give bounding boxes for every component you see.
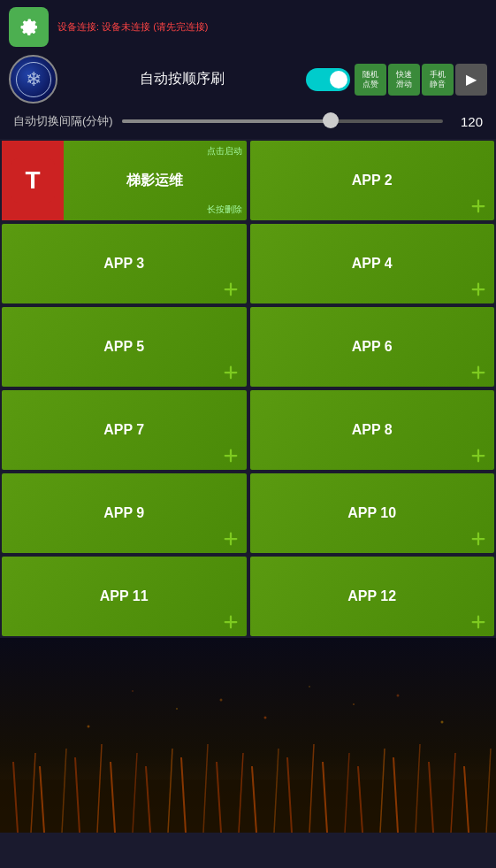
app-4-label: APP 4 [352,256,393,272]
delete-badge: 长按删除 [207,204,242,216]
auto-toggle[interactable] [306,68,350,91]
app-cell-6[interactable]: APP 6 [250,307,495,387]
app-6-label: APP 6 [352,339,393,355]
app-10-label: APP 10 [347,505,396,521]
add-icon-11 [222,613,240,631]
add-icon-5 [222,364,240,381]
app-3-label: APP 3 [103,256,144,272]
app-cell-featured[interactable]: T 梯影运维 点击启动 长按删除 [2,141,247,220]
auto-label: 自动按顺序刷 [57,70,306,88]
interval-value: 120 [452,114,483,129]
silent-btn[interactable]: 手机静音 [422,64,454,96]
logo-inner [16,62,51,97]
app-7-label: APP 7 [103,422,144,438]
interval-label: 自动切换间隔(分钟) [13,113,113,129]
add-icon-4 [469,280,487,298]
bottom-background [0,638,496,833]
app-cell-7[interactable]: APP 7 [2,390,247,470]
quick-btn[interactable]: 快速滑动 [388,64,420,96]
app-cell-11[interactable]: APP 11 [2,557,247,636]
add-icon-3 [222,280,240,298]
add-icon-7 [222,447,240,465]
featured-logo: T [2,141,64,220]
start-badge: 点击启动 [207,145,242,157]
top-bar: 设备连接: 设备未连接 (请先完连接) [9,7,487,47]
status-text: 设备连接: 设备未连接 (请先完连接) [57,20,487,34]
svg-point-36 [220,699,223,702]
app-cell-8[interactable]: APP 8 [250,390,495,470]
featured-app-name: 梯影运维 [126,172,183,190]
play-btn[interactable]: ▶ [455,64,487,96]
app-grid: T 梯影运维 点击启动 长按删除 APP 2 APP 3 APP 4 [0,139,496,638]
app-11-label: APP 11 [100,588,149,604]
logo-circle [9,55,57,104]
svg-rect-1 [0,780,496,833]
header: 设备连接: 设备未连接 (请先完连接) 自动按顺序刷 随机点赞 快速滑动 手机静… [0,0,496,139]
interval-row: 自动切换间隔(分钟) 120 [9,108,487,134]
toggle-knob [330,71,347,88]
app-cell-9[interactable]: APP 9 [2,473,247,553]
svg-point-38 [397,695,400,697]
app-cell-3[interactable]: APP 3 [2,224,247,303]
app-8-label: APP 8 [352,422,393,438]
app-cell-10[interactable]: APP 10 [250,473,495,553]
slider-thumb[interactable] [323,112,339,128]
app-9-label: APP 9 [103,505,144,521]
interval-slider[interactable] [122,119,443,123]
slider-fill [122,119,331,123]
svg-point-37 [309,686,310,687]
app-2-label: APP 2 [352,173,393,188]
svg-point-34 [441,721,444,724]
control-row: 自动按顺序刷 随机点赞 快速滑动 手机静音 ▶ [9,50,487,108]
svg-point-31 [176,708,178,710]
random-btn[interactable]: 随机点赞 [355,64,386,96]
gear-button[interactable] [9,7,49,47]
add-icon-10 [469,530,487,548]
add-icon-9 [222,530,240,548]
featured-logo-icon: T [11,158,55,203]
add-icon-6 [469,364,487,381]
add-icon-8 [469,447,487,465]
app-cell-12[interactable]: APP 12 [250,557,495,636]
app-cell-4[interactable]: APP 4 [250,224,495,303]
app-cell-2[interactable]: APP 2 [250,141,495,220]
svg-point-32 [264,717,267,719]
svg-point-33 [353,703,355,705]
svg-point-35 [132,690,134,692]
add-icon-12 [469,613,487,631]
add-icon-2 [469,197,487,215]
app-cell-5[interactable]: APP 5 [2,307,247,387]
svg-point-30 [88,726,90,728]
action-buttons: 随机点赞 快速滑动 手机静音 ▶ [355,64,487,96]
app-5-label: APP 5 [103,339,144,355]
app-grid-container: T 梯影运维 点击启动 长按删除 APP 2 APP 3 APP 4 [0,139,496,638]
app-12-label: APP 12 [347,588,396,604]
